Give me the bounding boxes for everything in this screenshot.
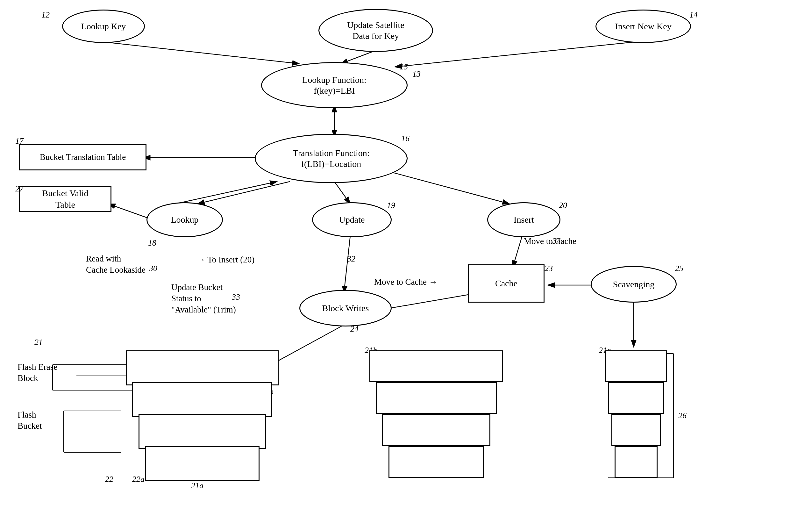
update-bucket-label: Update BucketStatus to"Available" (Trim): [171, 282, 236, 315]
update-satellite-node: Update SatelliteData for Key: [318, 9, 433, 52]
flash-block-21c-3: [611, 414, 661, 446]
move-to-cache2-label: Move to Cache: [524, 236, 576, 247]
update-op-node: Update: [312, 202, 392, 237]
bucket-valid-table-node: Bucket ValidTable: [19, 186, 111, 212]
label-18: 18: [148, 238, 156, 248]
flash-block-21b-4: [388, 446, 484, 478]
flash-block-21c-1: [605, 350, 667, 382]
flash-group-21a: [126, 350, 282, 487]
label-21: 21: [34, 338, 43, 347]
label-24: 24: [350, 324, 359, 334]
translation-function-label: Translation Function:f(LBI)=Location: [293, 148, 370, 169]
insert-new-key-node: Insert New Key: [596, 9, 691, 43]
insert-new-key-label: Insert New Key: [615, 21, 671, 32]
label-20: 20: [559, 201, 567, 210]
flash-block-22c: [132, 382, 272, 417]
bucket-translation-table-node: Bucket Translation Table: [19, 144, 146, 170]
label-25: 25: [675, 264, 683, 273]
label-30: 30: [149, 264, 157, 273]
label-15: 15: [400, 62, 408, 72]
insert-op-node: Insert: [487, 202, 560, 237]
flash-block-21c-2: [608, 382, 664, 414]
label-26: 26: [678, 411, 686, 420]
lookup-function-label: Lookup Function:f(key)=LBI: [302, 74, 366, 96]
lookup-key-label: Lookup Key: [81, 21, 126, 32]
label-12: 12: [41, 10, 50, 20]
label-17: 17: [15, 136, 24, 146]
lookup-op-node: Lookup: [146, 202, 223, 237]
flash-block-21b-2: [376, 382, 497, 414]
label-32: 32: [347, 254, 355, 264]
svg-line-3: [341, 50, 376, 64]
svg-line-24: [175, 181, 277, 204]
svg-line-10: [108, 204, 153, 220]
cache-node: Cache: [468, 264, 544, 303]
scavenging-label: Scavenging: [613, 279, 655, 290]
update-satellite-label: Update SatelliteData for Key: [347, 20, 404, 41]
label-22: 22: [105, 475, 113, 484]
flash-block-22b: [139, 414, 266, 449]
label-23: 23: [544, 264, 553, 273]
move-to-cache-label: Move to Cache →: [374, 276, 437, 287]
diagram: Lookup Key Update SatelliteData for Key …: [0, 0, 812, 509]
flash-block-22d: [126, 350, 279, 385]
label-14: 14: [690, 10, 698, 20]
svg-line-12: [385, 293, 478, 309]
bucket-translation-table-label: Bucket Translation Table: [40, 151, 126, 163]
flash-group-21c: [605, 350, 669, 484]
flash-bucket-label: FlashBucket: [17, 409, 42, 432]
label-13: 13: [412, 69, 421, 79]
flash-group-21b: [369, 350, 506, 484]
scavenging-node: Scavenging: [591, 266, 677, 303]
lookup-key-node: Lookup Key: [62, 9, 145, 43]
bucket-valid-table-label: Bucket ValidTable: [42, 188, 89, 211]
svg-line-4: [395, 41, 640, 67]
svg-line-7: [198, 181, 290, 204]
flash-block-21b-3: [382, 414, 490, 446]
flash-erase-label: Flash EraseBlock: [17, 362, 57, 384]
translation-function-node: Translation Function:f(LBI)=Location: [255, 134, 408, 183]
flash-block-21c-4: [614, 446, 658, 478]
svg-line-13: [513, 236, 522, 268]
cache-label: Cache: [495, 278, 518, 289]
read-cache-label: Read withCache Lookaside: [86, 253, 145, 275]
label-27: 27: [15, 184, 24, 194]
to-insert-label: → To Insert (20): [197, 254, 254, 265]
svg-line-2: [99, 41, 299, 64]
svg-line-8: [334, 181, 350, 204]
lookup-function-node: Lookup Function:f(key)=LBI: [261, 62, 408, 108]
block-writes-node: Block Writes: [299, 290, 392, 327]
flash-block-21b-1: [369, 350, 503, 382]
insert-op-label: Insert: [514, 214, 534, 225]
block-writes-label: Block Writes: [322, 303, 369, 314]
lookup-op-label: Lookup: [171, 214, 199, 225]
svg-line-9: [379, 169, 509, 204]
label-19: 19: [387, 201, 395, 210]
label-16: 16: [401, 134, 410, 143]
update-op-label: Update: [339, 214, 365, 225]
flash-block-22a: [145, 446, 259, 481]
svg-line-11: [344, 236, 350, 293]
